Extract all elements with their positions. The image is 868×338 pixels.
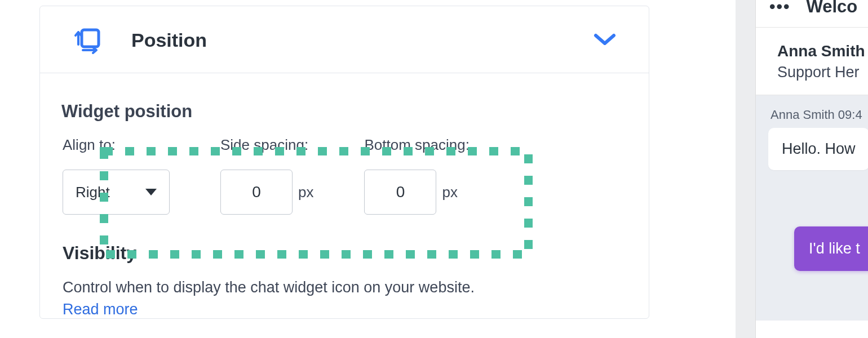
visibility-heading: Visibility xyxy=(63,243,649,264)
position-panel-header[interactable]: Position xyxy=(40,6,649,73)
position-panel-body: Widget position Align to: Right Side spa… xyxy=(40,73,649,318)
caret-down-icon xyxy=(145,189,157,195)
visibility-description: Control when to display the chat widget … xyxy=(63,277,649,299)
align-select[interactable]: Right xyxy=(63,170,170,215)
side-spacing-label: Side spacing: xyxy=(220,136,313,154)
side-spacing-field: Side spacing: px xyxy=(220,136,313,215)
divider-gutter xyxy=(736,0,756,338)
side-spacing-input[interactable] xyxy=(220,170,293,215)
panel-title: Position xyxy=(131,29,594,51)
chat-title: Welco xyxy=(807,0,858,17)
conversation-area: Anna Smith 09:4 Hello. How I'd like t xyxy=(756,95,868,321)
align-select-value: Right xyxy=(76,184,110,201)
more-icon[interactable]: ••• xyxy=(769,0,791,16)
incoming-message: Hello. How xyxy=(768,128,868,170)
position-panel: Position Widget position Align to: Right… xyxy=(39,6,649,319)
align-field: Align to: Right xyxy=(63,136,170,215)
agent-role: Support Her xyxy=(777,64,868,81)
visibility-section: Visibility Control when to display the c… xyxy=(40,215,649,318)
outgoing-message-button[interactable]: I'd like t xyxy=(794,226,868,271)
agent-block: Anna Smith Support Her xyxy=(756,28,868,95)
chat-preview: ••• Welco Anna Smith Support Her Anna Sm… xyxy=(755,0,868,338)
message-meta: Anna Smith 09:4 xyxy=(768,108,868,122)
chat-preview-header: ••• Welco xyxy=(756,0,868,28)
bottom-spacing-unit: px xyxy=(442,184,457,201)
side-spacing-unit: px xyxy=(298,184,313,201)
bottom-spacing-field: Bottom spacing: px xyxy=(364,136,469,215)
position-icon xyxy=(72,24,103,56)
agent-name: Anna Smith xyxy=(777,42,868,60)
widget-position-heading: Widget position xyxy=(40,101,649,130)
bottom-spacing-label: Bottom spacing: xyxy=(364,136,469,154)
bottom-spacing-input[interactable] xyxy=(364,170,436,215)
read-more-link[interactable]: Read more xyxy=(63,301,649,318)
align-label: Align to: xyxy=(63,136,170,154)
widget-position-controls: Align to: Right Side spacing: px Bottom … xyxy=(40,130,649,215)
svg-rect-0 xyxy=(82,30,99,47)
chevron-down-icon[interactable] xyxy=(594,33,622,47)
